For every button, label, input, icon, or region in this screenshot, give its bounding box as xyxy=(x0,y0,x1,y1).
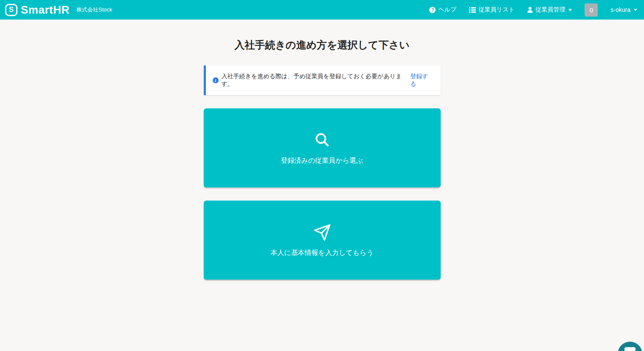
chevron-down-icon xyxy=(568,9,572,11)
nav-employee-mgmt-dropdown[interactable]: 従業員管理 xyxy=(527,6,572,14)
nav-employee-mgmt-label: 従業員管理 xyxy=(535,6,565,14)
chat-bubble-icon xyxy=(624,347,636,351)
smarthr-logo-icon: S xyxy=(5,4,17,16)
brand-logo[interactable]: S SmartHR xyxy=(5,3,70,17)
nav-help[interactable]: ? ヘルプ xyxy=(429,6,456,14)
nav-help-label: ヘルプ xyxy=(438,6,456,14)
notice-text: 入社手続きを進める際は、予め従業員を登録しておく必要があります。 xyxy=(222,73,409,88)
search-icon xyxy=(313,131,331,150)
navbar-menu: ? ヘルプ 従業員リスト xyxy=(429,3,637,17)
option-label: 登録済みの従業員から選ぶ xyxy=(281,156,363,165)
main-content: 入社手続きの進め方を選択して下さい i 入社手続きを進める際は、予め従業員を登録… xyxy=(0,38,644,280)
choose-registered-employee-button[interactable]: 登録済みの従業員から選ぶ xyxy=(204,108,441,187)
help-icon: ? xyxy=(429,7,436,13)
top-navbar: S SmartHR 株式会社Stock ? ヘルプ 従業員リスト xyxy=(0,0,644,20)
user-icon xyxy=(527,7,533,13)
nav-user-dropdown[interactable]: s-okura xyxy=(610,6,637,13)
register-link[interactable]: 登録する xyxy=(410,73,433,88)
option-label: 本人に基本情報を入力してもらう xyxy=(270,249,374,258)
company-name: 株式会社Stock xyxy=(76,6,112,14)
chat-widget-button[interactable] xyxy=(618,342,642,351)
info-notice: i 入社手続きを進める際は、予め従業員を登録しておく必要があります。 登録する xyxy=(204,65,441,95)
ask-employee-input-button[interactable]: 本人に基本情報を入力してもらう xyxy=(204,201,441,280)
nav-employee-list-label: 従業員リスト xyxy=(478,6,515,14)
page-title: 入社手続きの進め方を選択して下さい xyxy=(0,38,644,52)
chevron-down-icon xyxy=(634,9,637,11)
list-icon xyxy=(469,7,476,13)
brand-name: SmartHR xyxy=(21,3,70,17)
nav-employee-list[interactable]: 従業員リスト xyxy=(469,6,515,14)
notification-count-badge[interactable]: 0 xyxy=(585,3,598,17)
info-icon: i xyxy=(213,77,219,83)
nav-user-name: s-okura xyxy=(610,6,630,13)
paper-plane-icon xyxy=(312,223,332,242)
